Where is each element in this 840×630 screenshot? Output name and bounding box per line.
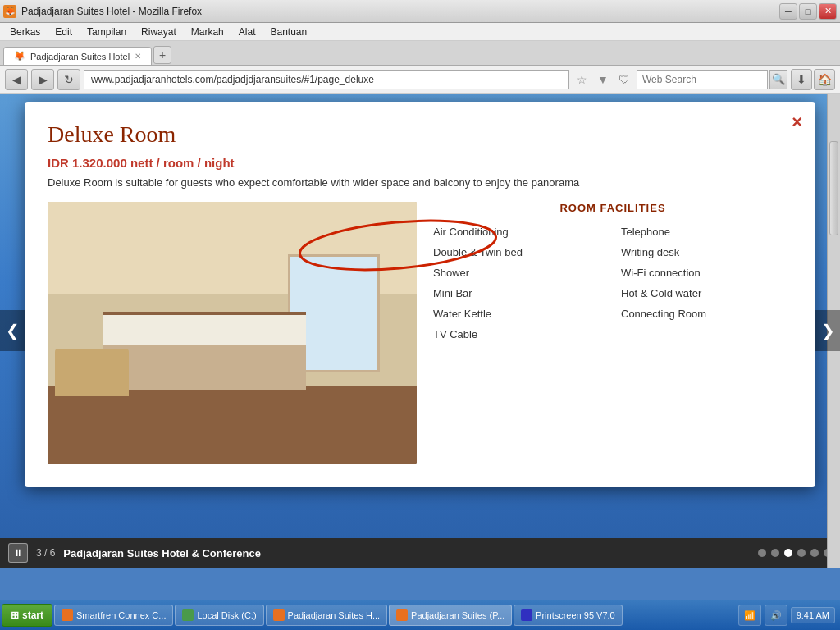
facilities-grid: Air Conditioning Telephone Double & Twin…	[433, 224, 792, 342]
facility-air-conditioning: Air Conditioning	[433, 224, 605, 240]
facility-double-twin-bed: Double & Twin bed	[433, 244, 605, 260]
address-input[interactable]	[84, 70, 569, 89]
taskbar-btn-padjadjaran1[interactable]: Padjadjaran Suites H...	[266, 605, 388, 626]
modal-body: ROOM FACILITIES Air Conditioning Telepho…	[48, 202, 792, 464]
room-sofa	[55, 349, 129, 396]
windows-icon: ⊞	[11, 609, 19, 621]
search-input[interactable]	[637, 70, 768, 89]
tray-network-icon[interactable]: 📶	[738, 605, 761, 626]
title-bar-left: 🦊 Padjadjaran Suites Hotel - Mozilla Fir…	[3, 5, 202, 18]
facility-water-kettle: Water Kettle	[433, 306, 605, 322]
start-label: start	[22, 609, 43, 621]
browser-icon: 🦊	[3, 5, 16, 18]
maximize-button[interactable]: □	[799, 3, 817, 20]
padjadjaran2-icon	[396, 609, 408, 621]
facility-connecting-room: Connecting Room	[621, 306, 792, 322]
title-bar: 🦊 Padjadjaran Suites Hotel - Mozilla Fir…	[0, 0, 840, 23]
scroll-thumb[interactable]	[829, 141, 838, 236]
next-slide-button[interactable]: ❯	[815, 310, 840, 351]
taskbar-btn-printscreen-label: Printscreen 95 V7.0	[536, 610, 615, 620]
menu-alat[interactable]: Alat	[232, 25, 262, 39]
room-image-bg	[48, 202, 417, 464]
smartfren-icon	[62, 609, 73, 621]
room-bed	[103, 312, 307, 390]
taskbar-btn-smartfren[interactable]: Smartfren Connex C...	[54, 605, 173, 626]
slide-dot-1[interactable]	[758, 549, 766, 557]
tab-label: Padjadjaran Suites Hotel	[30, 52, 130, 62]
facility-hot-cold-water: Hot & Cold water	[621, 285, 792, 301]
facility-mini-bar: Mini Bar	[433, 285, 605, 301]
menu-edit[interactable]: Edit	[48, 25, 79, 39]
slide-dot-2[interactable]	[771, 549, 779, 557]
facility-tv-cable: TV Cable	[433, 326, 605, 342]
prev-slide-button[interactable]: ❮	[0, 310, 25, 351]
forward-button[interactable]: ▶	[31, 69, 54, 90]
new-tab-button[interactable]: +	[153, 46, 171, 64]
slide-dots	[758, 549, 832, 557]
bookmark-star-icon[interactable]: ☆	[573, 71, 591, 89]
minimize-button[interactable]: ─	[779, 3, 797, 20]
facility-wifi: Wi-Fi connection	[621, 265, 792, 281]
slide-dot-4[interactable]	[797, 549, 806, 557]
room-bed-cover	[103, 345, 307, 390]
localdisk-icon	[182, 609, 194, 621]
slideshow-bar: ⏸ 3 / 6 Padjadjaran Suites Hotel & Confe…	[0, 538, 840, 568]
room-title: Deluxe Room	[48, 121, 792, 148]
browser-content: ❮ ❯ × Deluxe Room IDR 1.320.000 nett / r…	[0, 94, 840, 568]
taskbar: ⊞ start Smartfren Connex C... Local Disk…	[0, 600, 840, 630]
refresh-button[interactable]: ↻	[57, 69, 80, 90]
room-detail-modal: × Deluxe Room IDR 1.320.000 nett / room …	[25, 102, 815, 487]
room-facilities: ROOM FACILITIES Air Conditioning Telepho…	[433, 202, 792, 464]
taskbar-btn-smartfren-label: Smartfren Connex C...	[76, 610, 166, 620]
facility-telephone: Telephone	[621, 224, 792, 240]
facilities-heading: ROOM FACILITIES	[433, 202, 792, 214]
search-bar: 🔍	[637, 70, 788, 89]
back-button[interactable]: ◀	[5, 69, 28, 90]
window-controls: ─ □ ✕	[779, 3, 837, 20]
menu-berkas[interactable]: Berkas	[3, 25, 47, 39]
taskbar-btn-localdisk[interactable]: Local Disk (C:)	[175, 605, 263, 626]
taskbar-btn-padjadjaran2[interactable]: Padjadjaran Suites (P...	[389, 605, 512, 626]
slide-counter: 3 / 6	[36, 547, 55, 559]
taskbar-btn-padjadjaran1-label: Padjadjaran Suites H...	[288, 610, 381, 620]
tray-sound-icon[interactable]: 🔊	[765, 605, 788, 626]
facility-shower: Shower	[433, 265, 605, 281]
slide-dot-3[interactable]	[784, 549, 792, 557]
menu-markah[interactable]: Markah	[185, 25, 231, 39]
time-display: 9:41 AM	[791, 607, 835, 623]
close-button[interactable]: ✕	[819, 3, 837, 20]
tab-close-icon[interactable]: ✕	[135, 52, 141, 61]
taskbar-right: 📶 🔊 9:41 AM	[738, 605, 838, 626]
menu-bantuan[interactable]: Bantuan	[263, 25, 313, 39]
tab-padjadjaran[interactable]: 🦊 Padjadjaran Suites Hotel ✕	[3, 47, 152, 65]
facility-writing-desk: Writing desk	[621, 244, 792, 260]
menu-tampilan[interactable]: Tampilan	[80, 25, 133, 39]
room-description: Deluxe Room is suitable for guests who e…	[48, 176, 792, 189]
pause-button[interactable]: ⏸	[8, 543, 28, 563]
window-title: Padjadjaran Suites Hotel - Mozilla Firef…	[21, 6, 202, 17]
toolbar-icons: ⬇ 🏠	[791, 69, 835, 90]
slide-title: Padjadjaran Suites Hotel & Conference	[63, 547, 261, 559]
padjadjaran1-icon	[273, 609, 285, 621]
printscreen-icon	[521, 609, 532, 621]
menu-riwayat[interactable]: Riwayat	[135, 25, 183, 39]
start-button[interactable]: ⊞ start	[2, 604, 52, 627]
shield-icon: 🛡	[615, 71, 633, 89]
bookmark-down-icon[interactable]: ▼	[594, 71, 612, 89]
room-price: IDR 1.320.000 nett / room / night	[48, 156, 792, 170]
address-bar: ◀ ▶ ↻ ☆ ▼ 🛡 🔍 ⬇ 🏠	[0, 66, 840, 94]
menu-bar: Berkas Edit Tampilan Riwayat Markah Alat…	[0, 23, 840, 41]
taskbar-btn-padjadjaran2-label: Padjadjaran Suites (P...	[411, 610, 504, 620]
modal-close-button[interactable]: ×	[792, 112, 802, 133]
room-image	[48, 202, 417, 464]
home-icon[interactable]: 🏠	[814, 69, 835, 90]
download-icon[interactable]: ⬇	[791, 69, 812, 90]
tab-bar: 🦊 Padjadjaran Suites Hotel ✕ +	[0, 41, 840, 66]
tab-icon: 🦊	[14, 51, 25, 62]
room-floor	[48, 386, 417, 464]
taskbar-btn-localdisk-label: Local Disk (C:)	[197, 610, 256, 620]
taskbar-btn-printscreen[interactable]: Printscreen 95 V7.0	[514, 605, 623, 626]
search-go-button[interactable]: 🔍	[769, 70, 788, 89]
slide-dot-5[interactable]	[810, 549, 819, 557]
